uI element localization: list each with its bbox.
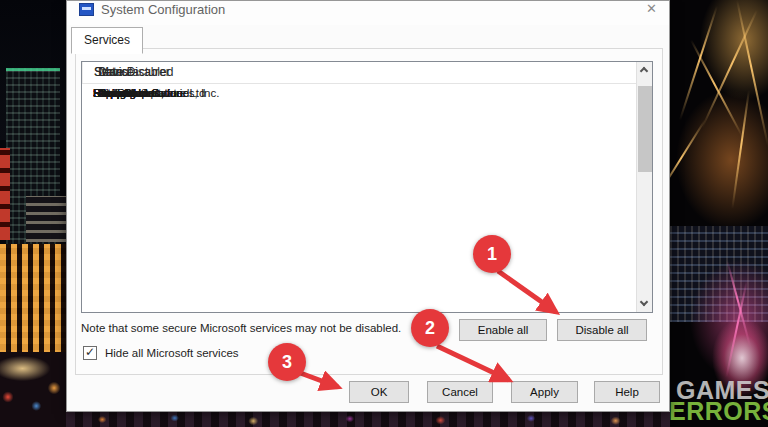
- apply-button[interactable]: Apply: [511, 381, 578, 403]
- ok-button[interactable]: OK: [349, 381, 409, 403]
- scrollbar-thumb[interactable]: [638, 86, 652, 172]
- vertical-scrollbar[interactable]: [636, 62, 652, 312]
- microsoft-services-note: Note that some secure Microsoft services…: [81, 322, 441, 334]
- service-status: Stopped: [82, 87, 142, 99]
- services-list: Service Manufacturer Status Date Disable…: [81, 61, 653, 313]
- help-button[interactable]: Help: [594, 381, 660, 403]
- step-3-badge: 3: [268, 343, 306, 381]
- title-bar[interactable]: System Configuration ✕: [67, 1, 669, 25]
- city-building: [26, 196, 66, 242]
- enable-all-button[interactable]: Enable all: [459, 319, 547, 341]
- street-lights: [0, 352, 66, 427]
- service-list-rows: ✓ACC ServiceAcer IncorporatedRunning✓Bat…: [82, 84, 636, 313]
- step-1-badge: 1: [473, 235, 511, 273]
- watermark-errors: ERRORS: [669, 397, 768, 426]
- tab-services[interactable]: Services: [71, 27, 143, 54]
- scroll-down-icon[interactable]: [637, 296, 653, 312]
- disable-all-button[interactable]: Disable all: [557, 319, 647, 341]
- cancel-button[interactable]: Cancel: [427, 381, 493, 403]
- hide-microsoft-label: Hide all Microsoft services: [105, 347, 239, 359]
- system-configuration-dialog: System Configuration ✕ GeneralBootServic…: [66, 0, 670, 412]
- hide-microsoft-checkbox[interactable]: ✓: [83, 346, 97, 360]
- street-crowd-strip: [66, 412, 670, 427]
- scroll-up-icon[interactable]: [637, 62, 653, 78]
- close-icon[interactable]: ✕: [646, 2, 657, 16]
- tab-bar: GeneralBootServicesStartupTools: [71, 26, 665, 49]
- step-2-badge: 2: [411, 309, 449, 347]
- lit-building: [0, 244, 66, 356]
- window-title: System Configuration: [101, 2, 225, 17]
- system-configuration-icon: [79, 3, 94, 16]
- column-header-date-disabled[interactable]: Date Disabled: [82, 62, 192, 83]
- neon-sign: [0, 148, 10, 240]
- screenshot-canvas: System Configuration ✕ GeneralBootServic…: [0, 0, 768, 427]
- list-header: Service Manufacturer Status Date Disable…: [82, 62, 636, 84]
